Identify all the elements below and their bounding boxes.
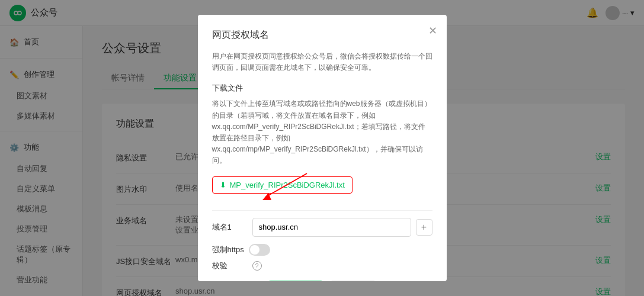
modal-footer: 保存 取消 bbox=[212, 281, 432, 282]
domain1-input[interactable] bbox=[252, 218, 411, 237]
domain-add-button[interactable]: + bbox=[416, 219, 432, 236]
modal: 网页授权域名 ✕ 用户在网页授权页同意授权给公众号后，微信会将授权数据传给一个回… bbox=[198, 15, 447, 281]
download-filename: MP_verify_RIPr2ScBiDGRekJl.txt bbox=[230, 181, 345, 189]
modal-download-section-title: 下载文件 bbox=[212, 83, 432, 94]
domain1-row: 域名1 + bbox=[212, 218, 432, 237]
cancel-button[interactable]: 取消 bbox=[330, 281, 376, 282]
verify-row: 校验 ? bbox=[212, 260, 432, 271]
modal-title: 网页授权域名 bbox=[212, 29, 432, 41]
modal-overlay[interactable]: 网页授权域名 ✕ 用户在网页授权页同意授权给公众号后，微信会将授权数据传给一个回… bbox=[0, 0, 644, 296]
download-icon: ⬇ bbox=[220, 181, 226, 189]
force-https-row: 强制https bbox=[212, 244, 432, 256]
download-link[interactable]: ⬇ MP_verify_RIPr2ScBiDGRekJl.txt bbox=[212, 176, 353, 194]
svg-marker-3 bbox=[262, 193, 271, 200]
force-https-label: 强制https bbox=[212, 244, 244, 255]
domain1-label: 域名1 bbox=[212, 222, 248, 233]
modal-close-button[interactable]: ✕ bbox=[428, 24, 437, 37]
modal-description: 用户在网页授权页同意授权给公众号后，微信会将授权数据传给一个回调页面，回调页面需… bbox=[212, 51, 432, 73]
modal-download-desc: 将以下文件上传至填写域名或或路径指向的web服务器（或虚拟机目）的目录（若填写域… bbox=[212, 98, 432, 166]
modal-section-divider bbox=[212, 210, 432, 211]
verify-help-icon[interactable]: ? bbox=[252, 261, 262, 271]
save-button[interactable]: 保存 bbox=[268, 281, 323, 282]
red-arrow-container: ⬇ MP_verify_RIPr2ScBiDGRekJl.txt bbox=[212, 176, 432, 203]
force-https-toggle[interactable] bbox=[249, 244, 270, 256]
verify-label: 校验 bbox=[212, 260, 248, 271]
